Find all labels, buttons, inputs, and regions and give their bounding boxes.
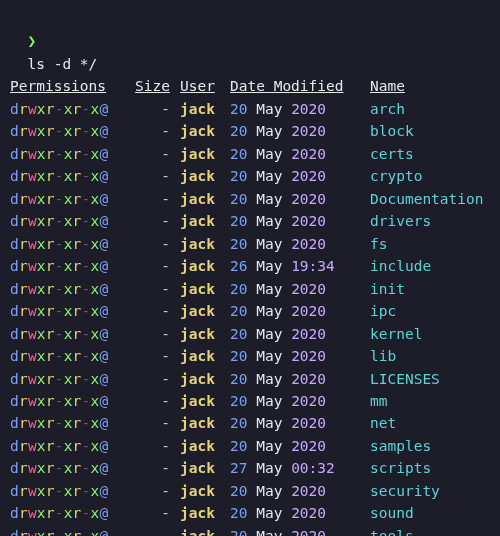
date-modified: 20 May 2020 — [230, 188, 360, 210]
permissions: drwxr-xr-x@ — [10, 525, 120, 536]
user: jack — [180, 278, 220, 300]
date-modified: 20 May 2020 — [230, 502, 360, 524]
header-user: User — [180, 75, 220, 97]
directory-listing: drwxr-xr-x@-jack20 May 2020archdrwxr-xr-… — [10, 98, 490, 536]
permissions: drwxr-xr-x@ — [10, 233, 120, 255]
table-row: drwxr-xr-x@-jack20 May 2020init — [10, 278, 490, 300]
permissions: drwxr-xr-x@ — [10, 143, 120, 165]
table-row: drwxr-xr-x@-jack20 May 2020mm — [10, 390, 490, 412]
table-row: drwxr-xr-x@-jack20 May 2020lib — [10, 345, 490, 367]
entry-name: include — [370, 255, 490, 277]
entry-name: sound — [370, 502, 490, 524]
date-modified: 20 May 2020 — [230, 323, 360, 345]
entry-name: fs — [370, 233, 490, 255]
entry-name: scripts — [370, 457, 490, 479]
user: jack — [180, 233, 220, 255]
entry-name: init — [370, 278, 490, 300]
date-modified: 20 May 2020 — [230, 345, 360, 367]
size: - — [130, 323, 170, 345]
size: - — [130, 480, 170, 502]
size: - — [130, 368, 170, 390]
entry-name: ipc — [370, 300, 490, 322]
entry-name: certs — [370, 143, 490, 165]
table-row: drwxr-xr-x@-jack20 May 2020arch — [10, 98, 490, 120]
entry-name: lib — [370, 345, 490, 367]
prompt-symbol: ❯ — [27, 33, 36, 49]
table-row: drwxr-xr-x@-jack20 May 2020crypto — [10, 165, 490, 187]
entry-name: samples — [370, 435, 490, 457]
permissions: drwxr-xr-x@ — [10, 345, 120, 367]
size: - — [130, 457, 170, 479]
date-modified: 20 May 2020 — [230, 210, 360, 232]
permissions: drwxr-xr-x@ — [10, 502, 120, 524]
user: jack — [180, 210, 220, 232]
date-modified: 27 May 00:32 — [230, 457, 360, 479]
permissions: drwxr-xr-x@ — [10, 300, 120, 322]
permissions: drwxr-xr-x@ — [10, 368, 120, 390]
entry-name: kernel — [370, 323, 490, 345]
user: jack — [180, 480, 220, 502]
size: - — [130, 255, 170, 277]
user: jack — [180, 323, 220, 345]
size: - — [130, 345, 170, 367]
entry-name: tools — [370, 525, 490, 536]
size: - — [130, 165, 170, 187]
entry-name: mm — [370, 390, 490, 412]
header-permissions: Permissions — [10, 75, 120, 97]
size: - — [130, 278, 170, 300]
user: jack — [180, 143, 220, 165]
user: jack — [180, 368, 220, 390]
permissions: drwxr-xr-x@ — [10, 435, 120, 457]
user: jack — [180, 120, 220, 142]
date-modified: 20 May 2020 — [230, 143, 360, 165]
date-modified: 20 May 2020 — [230, 435, 360, 457]
entry-name: net — [370, 412, 490, 434]
entry-name: crypto — [370, 165, 490, 187]
user: jack — [180, 98, 220, 120]
size: - — [130, 502, 170, 524]
table-row: drwxr-xr-x@-jack26 May 19:34include — [10, 255, 490, 277]
user: jack — [180, 412, 220, 434]
size: - — [130, 233, 170, 255]
header-name: Name — [370, 75, 490, 97]
date-modified: 20 May 2020 — [230, 368, 360, 390]
table-row: drwxr-xr-x@-jack20 May 2020ipc — [10, 300, 490, 322]
date-modified: 20 May 2020 — [230, 300, 360, 322]
permissions: drwxr-xr-x@ — [10, 165, 120, 187]
permissions: drwxr-xr-x@ — [10, 278, 120, 300]
permissions: drwxr-xr-x@ — [10, 457, 120, 479]
permissions: drwxr-xr-x@ — [10, 255, 120, 277]
permissions: drwxr-xr-x@ — [10, 323, 120, 345]
header-date: Date Modified — [230, 75, 360, 97]
date-modified: 26 May 19:34 — [230, 255, 360, 277]
size: - — [130, 98, 170, 120]
table-row: drwxr-xr-x@-jack20 May 2020certs — [10, 143, 490, 165]
permissions: drwxr-xr-x@ — [10, 390, 120, 412]
entry-name: arch — [370, 98, 490, 120]
table-row: drwxr-xr-x@-jack20 May 2020Documentation — [10, 188, 490, 210]
date-modified: 20 May 2020 — [230, 480, 360, 502]
size: - — [130, 120, 170, 142]
user: jack — [180, 165, 220, 187]
table-row: drwxr-xr-x@-jack20 May 2020security — [10, 480, 490, 502]
table-row: drwxr-xr-x@-jack20 May 2020block — [10, 120, 490, 142]
table-row: drwxr-xr-x@-jack27 May 00:32scripts — [10, 457, 490, 479]
user: jack — [180, 457, 220, 479]
permissions: drwxr-xr-x@ — [10, 480, 120, 502]
size: - — [130, 435, 170, 457]
user: jack — [180, 345, 220, 367]
prompt-line: ❯ ls -d */ — [10, 8, 490, 75]
entry-name: block — [370, 120, 490, 142]
permissions: drwxr-xr-x@ — [10, 412, 120, 434]
permissions: drwxr-xr-x@ — [10, 188, 120, 210]
date-modified: 20 May 2020 — [230, 98, 360, 120]
table-row: drwxr-xr-x@-jack20 May 2020samples — [10, 435, 490, 457]
user: jack — [180, 300, 220, 322]
date-modified: 20 May 2020 — [230, 412, 360, 434]
user: jack — [180, 435, 220, 457]
table-row: drwxr-xr-x@-jack20 May 2020tools — [10, 525, 490, 536]
size: - — [130, 143, 170, 165]
entry-name: drivers — [370, 210, 490, 232]
permissions: drwxr-xr-x@ — [10, 98, 120, 120]
user: jack — [180, 255, 220, 277]
